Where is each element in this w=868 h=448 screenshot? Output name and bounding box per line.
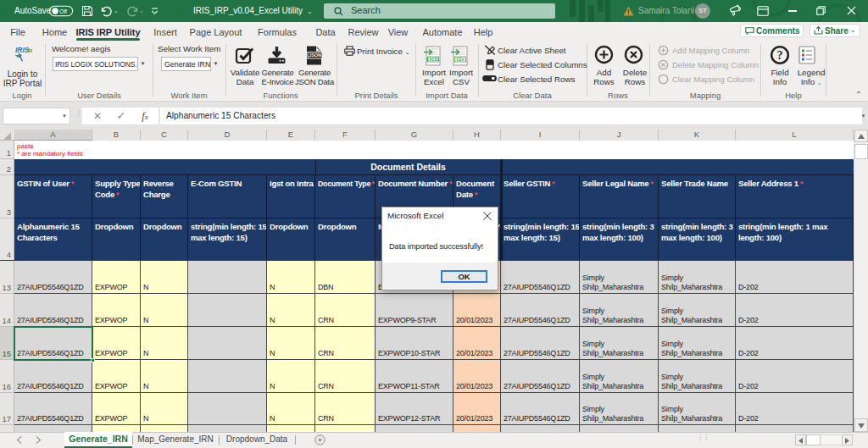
- svg-text:EXCEL: EXCEL: [426, 58, 440, 62]
- svg-text:?: ?: [777, 49, 783, 62]
- svg-text:Off: Off: [59, 8, 67, 14]
- svg-text:JSON: JSON: [309, 53, 321, 58]
- svg-text:RP: RP: [27, 48, 32, 53]
- svg-text:CSV: CSV: [456, 58, 465, 62]
